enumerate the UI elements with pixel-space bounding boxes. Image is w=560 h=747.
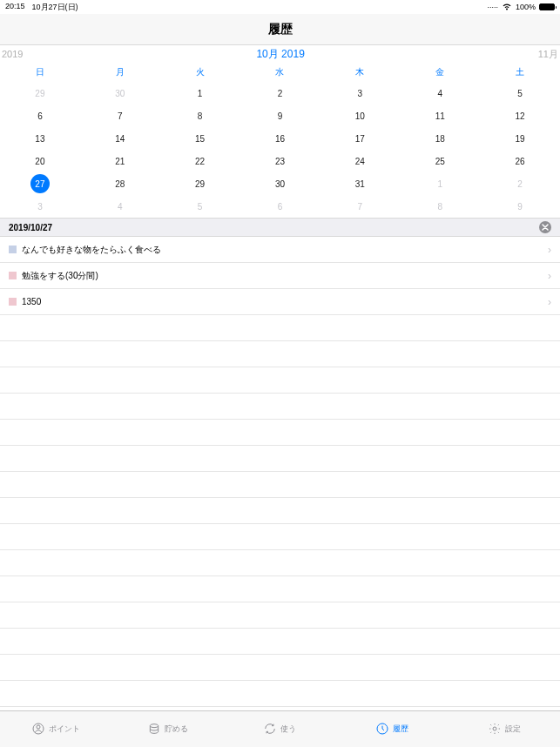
day-cell[interactable]: 5 [480,82,560,104]
day-number: 3 [358,89,363,98]
empty-row [0,367,560,394]
weekday-label: 木 [320,66,400,78]
day-number: 29 [195,179,205,189]
day-cell[interactable]: 5 [160,195,240,218]
svg-point-2 [151,723,159,727]
color-swatch [9,298,17,306]
chevron-right-icon: › [548,270,551,282]
day-cell[interactable]: 4 [80,195,160,218]
day-number: 1 [437,179,442,189]
day-number: 2 [517,179,523,189]
day-cell[interactable]: 1 [400,172,480,195]
tab-settings[interactable]: 設定 [448,711,560,747]
day-cell[interactable]: 8 [160,104,240,127]
day-cell[interactable]: 27 [0,172,80,195]
day-cell[interactable]: 16 [240,127,320,150]
day-number: 2 [278,89,283,98]
day-cell[interactable]: 15 [160,127,240,150]
day-cell[interactable]: 29 [0,82,80,104]
tab-save[interactable]: 貯める [112,711,225,747]
weekday-label: 月 [80,66,160,78]
day-cell[interactable]: 7 [80,104,160,127]
weekday-label: 日 [0,66,80,78]
day-cell[interactable]: 2 [240,82,320,104]
weekday-label: 火 [160,66,240,78]
empty-row [0,524,560,550]
day-cell[interactable]: 11 [400,104,480,127]
list-item[interactable]: 1350› [0,289,560,315]
day-cell[interactable]: 31 [320,172,400,195]
day-cell[interactable]: 30 [240,172,320,195]
list-item-label: なんでも好きな物をたらふく食べる [22,244,548,256]
day-cell[interactable]: 3 [0,195,80,218]
day-number: 13 [35,134,44,144]
day-cell[interactable]: 22 [160,150,240,172]
day-cell[interactable]: 19 [480,127,560,150]
day-cell[interactable]: 25 [400,150,480,172]
day-number: 17 [355,134,365,144]
day-number: 18 [435,134,445,144]
day-number: 4 [437,89,442,98]
day-number: 21 [115,157,125,166]
day-number: 7 [118,111,123,121]
save-icon [147,722,161,737]
empty-row [0,394,560,420]
day-cell[interactable]: 26 [480,150,560,172]
day-cell[interactable]: 13 [0,127,80,150]
tab-points[interactable]: ポイント [0,711,112,747]
day-cell[interactable]: 28 [80,172,160,195]
day-number: 5 [517,89,523,98]
day-cell[interactable]: 12 [480,104,560,127]
calendar: 日月火水木金土 29301234567891011121314151617181… [0,63,560,218]
day-cell[interactable]: 6 [0,104,80,127]
use-icon [263,722,277,737]
day-number: 4 [118,202,123,212]
status-bar: 20:15 10月27日(日) ····· 100% [0,0,560,14]
day-cell[interactable]: 29 [160,172,240,195]
tab-label: 設定 [505,723,521,735]
tab-use[interactable]: 使う [224,711,336,747]
list-item[interactable]: 勉強をする(30分間)› [0,263,560,289]
day-cell[interactable]: 9 [240,104,320,127]
day-cell[interactable]: 9 [480,195,560,218]
list-item[interactable]: なんでも好きな物をたらふく食べる› [0,237,560,263]
empty-row [0,472,560,498]
day-cell[interactable]: 20 [0,150,80,172]
day-cell[interactable]: 7 [320,195,400,218]
day-cell[interactable]: 2 [480,172,560,195]
tab-label: 履歴 [393,723,408,735]
day-number: 16 [275,134,285,144]
day-cell[interactable]: 30 [80,82,160,104]
day-cell[interactable]: 24 [320,150,400,172]
day-cell[interactable]: 23 [240,150,320,172]
prev-month-label[interactable]: 2019 [2,49,23,59]
day-cell[interactable]: 14 [80,127,160,150]
points-icon [31,722,45,737]
day-cell[interactable]: 18 [400,127,480,150]
day-cell[interactable]: 3 [320,82,400,104]
day-number: 30 [115,89,125,98]
tab-label: 使う [280,723,296,735]
day-number: 12 [516,111,525,121]
day-cell[interactable]: 6 [240,195,320,218]
next-month-label[interactable]: 11月 [538,48,558,61]
day-cell[interactable]: 1 [160,82,240,104]
nav-bar: 履歴 [0,14,560,45]
weekday-label: 水 [240,66,320,78]
list-item-label: 1350 [22,297,548,306]
close-icon[interactable] [539,221,551,233]
section-date: 2019/10/27 [9,223,52,232]
status-time: 20:15 [5,2,25,13]
settings-icon [488,722,502,737]
day-cell[interactable]: 21 [80,150,160,172]
day-cell[interactable]: 17 [320,127,400,150]
day-number: 29 [35,89,44,98]
day-number: 10 [355,111,365,121]
empty-row [0,576,560,602]
day-number: 20 [35,157,44,166]
day-cell[interactable]: 8 [400,195,480,218]
day-cell[interactable]: 4 [400,82,480,104]
day-number: 25 [435,157,445,166]
day-cell[interactable]: 10 [320,104,400,127]
tab-history[interactable]: 履歴 [336,711,449,747]
